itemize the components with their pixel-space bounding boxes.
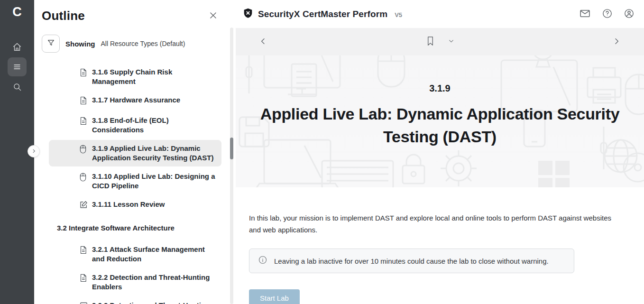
outline-item-label: 3.1.9 Applied Live Lab: Dynamic Applicat… (92, 144, 216, 163)
messages-button[interactable] (579, 8, 591, 21)
document-icon (80, 68, 88, 79)
search-button[interactable] (8, 77, 27, 96)
lesson-description: In this lab, your mission is to implemen… (249, 212, 615, 236)
mouse-icon (80, 145, 88, 156)
outline-item-label: 3.1.8 End-of-Life (EOL) Considerations (92, 116, 216, 135)
lesson-navbar (236, 28, 644, 55)
inactivity-notice-text: Leaving a lab inactive for over 10 minut… (274, 257, 549, 265)
securityx-shield-icon (242, 8, 254, 21)
bookmark-button[interactable] (423, 33, 438, 51)
filter-funnel-icon (46, 38, 55, 49)
help-icon (602, 8, 613, 20)
course-header: SecurityX CertMaster Perform V5 (236, 0, 644, 28)
chevron-left-icon (259, 37, 267, 46)
chevron-right-icon (613, 37, 620, 46)
outline-item[interactable]: 3.1.9 Applied Live Lab: Dynamic Applicat… (49, 140, 221, 166)
outline-item[interactable]: 3.1.6 Supply Chain Risk Management (49, 64, 221, 90)
filter-button[interactable] (42, 35, 60, 53)
outline-scrollbar-track[interactable] (230, 28, 233, 304)
close-icon (209, 14, 218, 21)
outline-item-label: 3.2 Integrate Software Architecture (57, 223, 175, 233)
chevron-right-icon (31, 148, 37, 155)
outline-item[interactable]: 3.1.11 Lesson Review (49, 196, 221, 214)
outline-item-label: 3.2.2 Detection and Threat-Hunting Enabl… (92, 273, 216, 292)
outline-section-header: 3.2 Integrate Software Architecture (49, 221, 221, 236)
info-icon (258, 255, 267, 267)
outline-item[interactable]: 3.2.1 Attack Surface Management and Redu… (49, 241, 221, 267)
edit-icon (80, 201, 88, 211)
main-content: SecurityX CertMaster Perform V5 (236, 0, 644, 304)
mouse-icon (80, 173, 88, 184)
outline-item-label: 3.1.7 Hardware Assurance (92, 95, 180, 105)
lesson-hero: 3.1.9 Applied Live Lab: Dynamic Applicat… (236, 55, 644, 187)
outline-panel-title: Outline (42, 9, 85, 23)
comptia-logo: C (12, 6, 22, 18)
home-button[interactable] (8, 37, 27, 56)
product-version: V5 (395, 11, 402, 18)
chevron-down-icon (448, 38, 454, 46)
document-icon (80, 246, 88, 256)
app-root: C Outline (0, 0, 644, 304)
outline-panel: Outline Showing All Resource Types (Defa… (34, 0, 236, 304)
lesson-title: Applied Live Lab: Dynamic Application Se… (248, 102, 632, 148)
mail-icon (579, 8, 591, 21)
outline-item-label: 3.2.1 Attack Surface Management and Redu… (92, 245, 216, 264)
outline-item[interactable]: 3.2.2 Detection and Threat-Hunting Enabl… (49, 269, 221, 295)
outline-toggle-button[interactable] (8, 57, 27, 76)
document-icon (80, 274, 88, 284)
expand-panel-button[interactable] (28, 145, 40, 157)
outline-item[interactable]: 3.1.10 Applied Live Lab: Designing a CIC… (49, 168, 221, 194)
outline-item[interactable]: 3.1.7 Hardware Assurance (49, 92, 221, 111)
product-title: SecurityX CertMaster Perform (258, 9, 387, 19)
bookmark-icon (426, 36, 435, 48)
document-icon (80, 117, 88, 127)
help-button[interactable] (602, 8, 613, 20)
inactivity-notice: Leaving a lab inactive for over 10 minut… (249, 249, 574, 273)
outline-item-label: 3.2.3 Detection and Threat-Hunting Enabl… (92, 301, 216, 304)
filter-current-value[interactable]: All Resource Types (Default) (101, 40, 185, 47)
outline-list: 3.1.6 Supply Chain Risk Management 3.1.7… (42, 64, 221, 304)
menu-icon (12, 62, 22, 72)
home-icon (12, 42, 22, 52)
outline-item-label: 3.1.11 Lesson Review (92, 200, 165, 209)
start-lab-button[interactable]: Start Lab (249, 289, 300, 304)
previous-page-button[interactable] (257, 35, 270, 49)
document-icon (80, 96, 88, 107)
outline-item-label: 3.1.10 Applied Live Lab: Designing a CIC… (92, 172, 216, 191)
next-page-button[interactable] (610, 35, 623, 49)
outline-item-label: 3.1.6 Supply Chain Risk Management (92, 67, 216, 86)
close-outline-button[interactable] (207, 9, 220, 23)
bookmark-menu-button[interactable] (445, 35, 457, 48)
account-button[interactable] (624, 8, 635, 20)
outline-item[interactable]: 3.1.8 End-of-Life (EOL) Considerations (49, 112, 221, 138)
outline-item[interactable]: 3.2.3 Detection and Threat-Hunting Enabl… (49, 297, 221, 304)
lesson-number: 3.1.9 (236, 83, 644, 94)
lesson-body: In this lab, your mission is to implemen… (236, 187, 644, 304)
search-icon (12, 82, 22, 92)
outline-scrollbar-thumb[interactable] (230, 138, 233, 159)
monitor-icon (80, 302, 88, 304)
filter-showing-label: Showing (65, 40, 95, 48)
account-icon (624, 8, 635, 20)
